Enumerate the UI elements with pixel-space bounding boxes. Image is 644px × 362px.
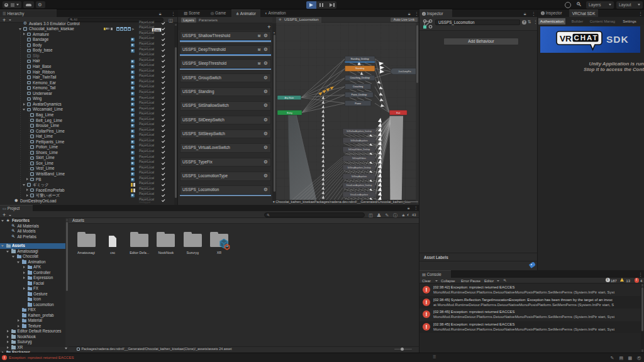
svg-text:Prone: Prone [355, 102, 361, 104]
svg-text:Any State: Any State [285, 96, 294, 99]
svg-text:SitShallowAnywhere_Desktop: SitShallowAnywhere_Desktop [347, 130, 372, 133]
svg-text:Exit: Exit [396, 111, 400, 114]
svg-text:Standing: Standing [355, 67, 364, 70]
svg-text:VirtualLoveAnywhere_Desktop: VirtualLoveAnywhere_Desktop [347, 184, 372, 187]
svg-text:Entry: Entry [287, 111, 292, 114]
svg-text:SitSleepAnywhere_Desktop: SitSleepAnywhere_Desktop [347, 166, 371, 168]
svg-text:Standing_Desktop: Standing_Desktop [351, 57, 369, 60]
svg-text:VirtualLoveAnywhere: VirtualLoveAnywhere [350, 193, 369, 195]
svg-text:CHAT: CHAT [574, 34, 597, 41]
svg-text:SitDeep&Videos: SitDeep&Videos [352, 157, 366, 160]
svg-text:Crouching: Crouching [353, 85, 363, 88]
svg-text:SitShallowAnywhere: SitShallowAnywhere [350, 139, 368, 141]
svg-text:Prone_Desktop: Prone_Desktop [352, 94, 367, 96]
svg-text:SitDeep&Videos_Desktop: SitDeep&Videos_Desktop [348, 148, 370, 151]
svg-text:Crouching_Desktop: Crouching_Desktop [350, 77, 370, 79]
svg-text:SDK: SDK [606, 34, 629, 45]
svg-text:JustJumpFix: JustJumpFix [398, 70, 411, 72]
svg-text:SitSleepAnywhere: SitSleepAnywhere [352, 175, 367, 178]
svg-text:VR: VR [560, 34, 572, 43]
